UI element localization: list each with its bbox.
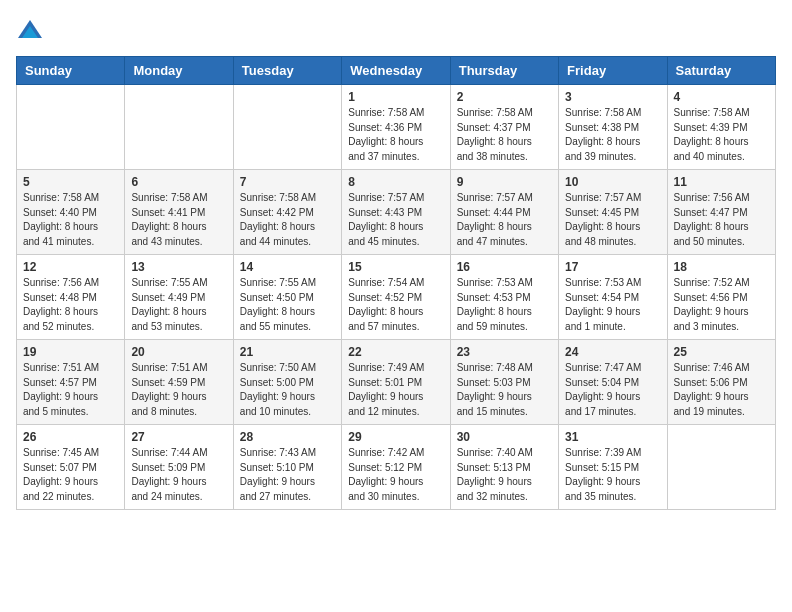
calendar-cell: 26Sunrise: 7:45 AM Sunset: 5:07 PM Dayli… [17, 425, 125, 510]
calendar-cell: 1Sunrise: 7:58 AM Sunset: 4:36 PM Daylig… [342, 85, 450, 170]
calendar-cell: 21Sunrise: 7:50 AM Sunset: 5:00 PM Dayli… [233, 340, 341, 425]
calendar-cell: 27Sunrise: 7:44 AM Sunset: 5:09 PM Dayli… [125, 425, 233, 510]
day-number: 4 [674, 90, 769, 104]
day-info: Sunrise: 7:58 AM Sunset: 4:42 PM Dayligh… [240, 191, 335, 249]
calendar-cell: 5Sunrise: 7:58 AM Sunset: 4:40 PM Daylig… [17, 170, 125, 255]
day-header-thursday: Thursday [450, 57, 558, 85]
day-header-sunday: Sunday [17, 57, 125, 85]
day-info: Sunrise: 7:57 AM Sunset: 4:43 PM Dayligh… [348, 191, 443, 249]
calendar-cell: 13Sunrise: 7:55 AM Sunset: 4:49 PM Dayli… [125, 255, 233, 340]
calendar-cell [667, 425, 775, 510]
calendar-cell: 16Sunrise: 7:53 AM Sunset: 4:53 PM Dayli… [450, 255, 558, 340]
day-info: Sunrise: 7:55 AM Sunset: 4:50 PM Dayligh… [240, 276, 335, 334]
day-info: Sunrise: 7:58 AM Sunset: 4:37 PM Dayligh… [457, 106, 552, 164]
calendar-cell: 4Sunrise: 7:58 AM Sunset: 4:39 PM Daylig… [667, 85, 775, 170]
day-info: Sunrise: 7:45 AM Sunset: 5:07 PM Dayligh… [23, 446, 118, 504]
day-number: 16 [457, 260, 552, 274]
day-number: 7 [240, 175, 335, 189]
calendar-week-3: 19Sunrise: 7:51 AM Sunset: 4:57 PM Dayli… [17, 340, 776, 425]
calendar-cell: 29Sunrise: 7:42 AM Sunset: 5:12 PM Dayli… [342, 425, 450, 510]
day-number: 23 [457, 345, 552, 359]
calendar-cell: 15Sunrise: 7:54 AM Sunset: 4:52 PM Dayli… [342, 255, 450, 340]
day-number: 21 [240, 345, 335, 359]
day-info: Sunrise: 7:55 AM Sunset: 4:49 PM Dayligh… [131, 276, 226, 334]
calendar-week-1: 5Sunrise: 7:58 AM Sunset: 4:40 PM Daylig… [17, 170, 776, 255]
day-number: 2 [457, 90, 552, 104]
day-number: 28 [240, 430, 335, 444]
day-number: 25 [674, 345, 769, 359]
calendar-cell: 22Sunrise: 7:49 AM Sunset: 5:01 PM Dayli… [342, 340, 450, 425]
calendar-cell: 12Sunrise: 7:56 AM Sunset: 4:48 PM Dayli… [17, 255, 125, 340]
day-info: Sunrise: 7:56 AM Sunset: 4:48 PM Dayligh… [23, 276, 118, 334]
day-number: 20 [131, 345, 226, 359]
day-info: Sunrise: 7:46 AM Sunset: 5:06 PM Dayligh… [674, 361, 769, 419]
calendar-cell [233, 85, 341, 170]
day-info: Sunrise: 7:57 AM Sunset: 4:44 PM Dayligh… [457, 191, 552, 249]
day-number: 31 [565, 430, 660, 444]
day-number: 24 [565, 345, 660, 359]
day-info: Sunrise: 7:42 AM Sunset: 5:12 PM Dayligh… [348, 446, 443, 504]
day-info: Sunrise: 7:58 AM Sunset: 4:40 PM Dayligh… [23, 191, 118, 249]
calendar-cell: 30Sunrise: 7:40 AM Sunset: 5:13 PM Dayli… [450, 425, 558, 510]
calendar-cell: 23Sunrise: 7:48 AM Sunset: 5:03 PM Dayli… [450, 340, 558, 425]
day-number: 10 [565, 175, 660, 189]
day-number: 18 [674, 260, 769, 274]
calendar-cell: 8Sunrise: 7:57 AM Sunset: 4:43 PM Daylig… [342, 170, 450, 255]
day-info: Sunrise: 7:54 AM Sunset: 4:52 PM Dayligh… [348, 276, 443, 334]
day-info: Sunrise: 7:51 AM Sunset: 4:57 PM Dayligh… [23, 361, 118, 419]
day-info: Sunrise: 7:52 AM Sunset: 4:56 PM Dayligh… [674, 276, 769, 334]
logo [16, 16, 48, 44]
logo-icon [16, 16, 44, 44]
calendar-cell: 19Sunrise: 7:51 AM Sunset: 4:57 PM Dayli… [17, 340, 125, 425]
calendar-week-0: 1Sunrise: 7:58 AM Sunset: 4:36 PM Daylig… [17, 85, 776, 170]
calendar-cell: 17Sunrise: 7:53 AM Sunset: 4:54 PM Dayli… [559, 255, 667, 340]
day-info: Sunrise: 7:48 AM Sunset: 5:03 PM Dayligh… [457, 361, 552, 419]
calendar-table: SundayMondayTuesdayWednesdayThursdayFrid… [16, 56, 776, 510]
day-info: Sunrise: 7:43 AM Sunset: 5:10 PM Dayligh… [240, 446, 335, 504]
day-header-monday: Monday [125, 57, 233, 85]
calendar-cell: 25Sunrise: 7:46 AM Sunset: 5:06 PM Dayli… [667, 340, 775, 425]
day-number: 3 [565, 90, 660, 104]
day-info: Sunrise: 7:58 AM Sunset: 4:36 PM Dayligh… [348, 106, 443, 164]
day-number: 9 [457, 175, 552, 189]
calendar-cell: 31Sunrise: 7:39 AM Sunset: 5:15 PM Dayli… [559, 425, 667, 510]
day-number: 26 [23, 430, 118, 444]
day-info: Sunrise: 7:39 AM Sunset: 5:15 PM Dayligh… [565, 446, 660, 504]
day-number: 5 [23, 175, 118, 189]
day-info: Sunrise: 7:49 AM Sunset: 5:01 PM Dayligh… [348, 361, 443, 419]
day-info: Sunrise: 7:53 AM Sunset: 4:54 PM Dayligh… [565, 276, 660, 334]
calendar-cell: 2Sunrise: 7:58 AM Sunset: 4:37 PM Daylig… [450, 85, 558, 170]
day-header-tuesday: Tuesday [233, 57, 341, 85]
day-number: 1 [348, 90, 443, 104]
day-number: 27 [131, 430, 226, 444]
calendar-cell: 28Sunrise: 7:43 AM Sunset: 5:10 PM Dayli… [233, 425, 341, 510]
calendar-cell: 7Sunrise: 7:58 AM Sunset: 4:42 PM Daylig… [233, 170, 341, 255]
day-header-saturday: Saturday [667, 57, 775, 85]
day-number: 22 [348, 345, 443, 359]
day-number: 15 [348, 260, 443, 274]
day-number: 6 [131, 175, 226, 189]
day-info: Sunrise: 7:58 AM Sunset: 4:38 PM Dayligh… [565, 106, 660, 164]
calendar-cell: 24Sunrise: 7:47 AM Sunset: 5:04 PM Dayli… [559, 340, 667, 425]
day-info: Sunrise: 7:51 AM Sunset: 4:59 PM Dayligh… [131, 361, 226, 419]
calendar-cell: 10Sunrise: 7:57 AM Sunset: 4:45 PM Dayli… [559, 170, 667, 255]
day-info: Sunrise: 7:40 AM Sunset: 5:13 PM Dayligh… [457, 446, 552, 504]
day-number: 19 [23, 345, 118, 359]
day-info: Sunrise: 7:47 AM Sunset: 5:04 PM Dayligh… [565, 361, 660, 419]
calendar-cell: 11Sunrise: 7:56 AM Sunset: 4:47 PM Dayli… [667, 170, 775, 255]
day-number: 8 [348, 175, 443, 189]
calendar-cell: 20Sunrise: 7:51 AM Sunset: 4:59 PM Dayli… [125, 340, 233, 425]
calendar-cell: 3Sunrise: 7:58 AM Sunset: 4:38 PM Daylig… [559, 85, 667, 170]
calendar-header-row: SundayMondayTuesdayWednesdayThursdayFrid… [17, 57, 776, 85]
day-info: Sunrise: 7:58 AM Sunset: 4:41 PM Dayligh… [131, 191, 226, 249]
calendar-cell [17, 85, 125, 170]
calendar-week-2: 12Sunrise: 7:56 AM Sunset: 4:48 PM Dayli… [17, 255, 776, 340]
day-info: Sunrise: 7:58 AM Sunset: 4:39 PM Dayligh… [674, 106, 769, 164]
day-info: Sunrise: 7:57 AM Sunset: 4:45 PM Dayligh… [565, 191, 660, 249]
day-info: Sunrise: 7:53 AM Sunset: 4:53 PM Dayligh… [457, 276, 552, 334]
day-header-wednesday: Wednesday [342, 57, 450, 85]
day-number: 12 [23, 260, 118, 274]
day-number: 11 [674, 175, 769, 189]
day-number: 17 [565, 260, 660, 274]
day-info: Sunrise: 7:56 AM Sunset: 4:47 PM Dayligh… [674, 191, 769, 249]
